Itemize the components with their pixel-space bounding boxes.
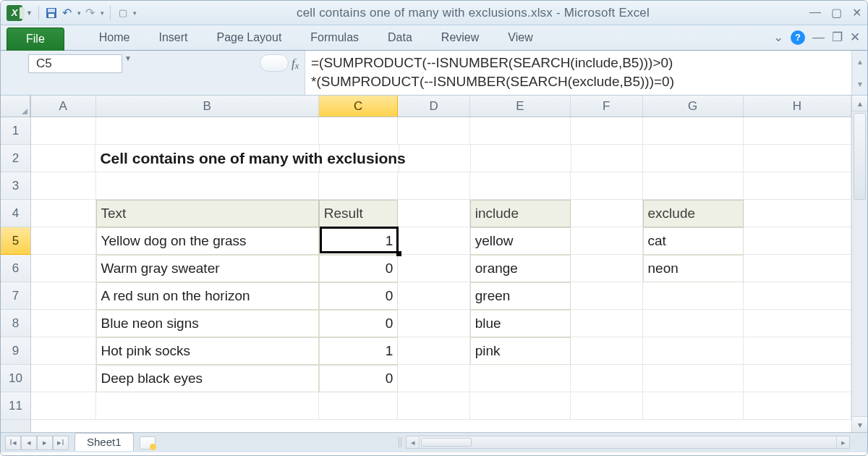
table-cell-result[interactable]: 1: [319, 337, 398, 365]
cell-H1[interactable]: [744, 117, 851, 145]
cell-D5[interactable]: [398, 227, 470, 255]
column-header-C[interactable]: C: [319, 96, 398, 117]
cell-E10[interactable]: [470, 365, 571, 392]
sheet-nav-next-icon[interactable]: ▸: [37, 436, 53, 450]
cell-H6[interactable]: [744, 255, 851, 282]
scroll-down-icon[interactable]: ▾: [852, 416, 867, 432]
mdi-restore-icon[interactable]: ❐: [832, 30, 843, 45]
new-sheet-icon[interactable]: [140, 436, 156, 449]
cells-grid[interactable]: Cell contains one of many with exclusion…: [31, 117, 851, 420]
mdi-close-icon[interactable]: ✕: [850, 30, 860, 45]
cell-F3[interactable]: [571, 172, 643, 200]
column-header-A[interactable]: A: [31, 96, 96, 117]
cell-D2[interactable]: [399, 145, 471, 172]
cell-A11[interactable]: [31, 392, 96, 420]
row-header-9[interactable]: 9: [1, 337, 30, 365]
include-item[interactable]: pink: [470, 337, 571, 365]
table-cell-text[interactable]: Warm gray sweater: [96, 255, 319, 282]
cell-F6[interactable]: [571, 255, 643, 282]
cell-G7[interactable]: [643, 282, 744, 310]
help-icon[interactable]: ?: [791, 30, 805, 45]
cell-A7[interactable]: [31, 282, 96, 310]
tab-splitter-handle[interactable]: [399, 437, 403, 447]
table-cell-text[interactable]: Yellow dog on the grass: [96, 227, 319, 255]
cell-F8[interactable]: [571, 310, 643, 337]
minimize-icon[interactable]: —: [809, 6, 821, 20]
cell-G8[interactable]: [643, 310, 744, 337]
cell-G2[interactable]: [643, 145, 744, 172]
cell-F11[interactable]: [571, 392, 643, 420]
column-header-H[interactable]: H: [744, 96, 851, 117]
cell-D8[interactable]: [398, 310, 470, 337]
include-header[interactable]: include: [470, 200, 571, 227]
close-icon[interactable]: ✕: [852, 6, 861, 20]
table-header-result[interactable]: Result: [319, 200, 398, 227]
fx-icon[interactable]: fx: [292, 56, 299, 71]
cell-H5[interactable]: [744, 227, 851, 255]
horizontal-scrollbar[interactable]: ◂ ▸: [406, 436, 850, 449]
cell-B1[interactable]: [96, 117, 319, 145]
cell-F2[interactable]: [571, 145, 643, 172]
column-header-D[interactable]: D: [398, 96, 469, 117]
minimize-ribbon-icon[interactable]: ⌄: [773, 30, 783, 45]
include-item[interactable]: orange: [470, 255, 571, 282]
cell-D1[interactable]: [398, 117, 470, 145]
cell-B11[interactable]: [96, 392, 319, 420]
cell-B3[interactable]: [96, 172, 319, 200]
cell-H8[interactable]: [744, 310, 851, 337]
cell-E11[interactable]: [470, 392, 571, 420]
cell-C1[interactable]: [319, 117, 398, 145]
cell-D6[interactable]: [398, 255, 470, 282]
chevron-up-icon[interactable]: ▴: [852, 51, 867, 73]
ribbon-tab-page-layout[interactable]: Page Layout: [202, 27, 296, 50]
name-box[interactable]: C5: [28, 54, 122, 73]
cell-A5[interactable]: [31, 227, 96, 255]
mdi-minimize-icon[interactable]: —: [812, 30, 825, 45]
row-header-10[interactable]: 10: [1, 365, 30, 392]
row-header-7[interactable]: 7: [1, 282, 30, 310]
cell-F9[interactable]: [571, 337, 643, 365]
table-cell-text[interactable]: Blue neon signs: [96, 310, 319, 337]
table-cell-result[interactable]: 0: [319, 310, 398, 337]
section-title[interactable]: Cell contains one of many with exclusion…: [95, 145, 320, 172]
cell-F5[interactable]: [571, 227, 643, 255]
undo-icon[interactable]: ↶: [61, 7, 74, 20]
formula-input[interactable]: =(SUMPRODUCT(--ISNUMBER(SEARCH(include,B…: [305, 51, 851, 95]
ribbon-tab-formulas[interactable]: Formulas: [296, 27, 373, 50]
sheet-nav-first-icon[interactable]: I◂: [5, 436, 21, 450]
cell-E2[interactable]: [471, 145, 571, 172]
cell-H10[interactable]: [744, 365, 851, 392]
cell-F1[interactable]: [571, 117, 643, 145]
ribbon-tab-home[interactable]: Home: [85, 27, 145, 50]
table-cell-result[interactable]: 0: [319, 365, 398, 392]
cell-A3[interactable]: [31, 172, 96, 200]
row-header-2[interactable]: 2: [1, 145, 30, 172]
table-cell-text[interactable]: Hot pink socks: [96, 337, 319, 365]
exclude-item[interactable]: cat: [643, 227, 744, 255]
chevron-down-icon[interactable]: ▾: [852, 73, 867, 96]
qat-customize-icon[interactable]: ▢: [116, 7, 129, 20]
maximize-icon[interactable]: ▢: [831, 6, 842, 20]
cell-F10[interactable]: [571, 365, 643, 392]
cell-G10[interactable]: [643, 365, 744, 392]
cell-H3[interactable]: [744, 172, 851, 200]
cell-D4[interactable]: [398, 200, 470, 227]
redo-dropdown-icon[interactable]: ▾: [101, 9, 104, 17]
cell-G3[interactable]: [643, 172, 744, 200]
row-header-5[interactable]: 5: [1, 227, 30, 255]
column-header-G[interactable]: G: [643, 96, 744, 117]
row-header-4[interactable]: 4: [1, 200, 30, 227]
exclude-item[interactable]: neon: [643, 255, 744, 282]
table-cell-text[interactable]: Deep black eyes: [96, 365, 319, 392]
scroll-up-icon[interactable]: ▴: [852, 96, 867, 111]
save-icon[interactable]: [45, 7, 58, 20]
file-tab[interactable]: File: [7, 28, 64, 51]
include-item[interactable]: yellow: [470, 227, 571, 255]
scroll-right-icon[interactable]: ▸: [836, 436, 849, 448]
cell-E3[interactable]: [470, 172, 571, 200]
scroll-left-icon[interactable]: ◂: [407, 436, 420, 448]
cell-D10[interactable]: [398, 365, 470, 392]
ribbon-tab-review[interactable]: Review: [427, 27, 493, 50]
cell-D9[interactable]: [398, 337, 470, 365]
grid-area[interactable]: ABCDEFGH Cell contains one of many with …: [31, 96, 851, 432]
